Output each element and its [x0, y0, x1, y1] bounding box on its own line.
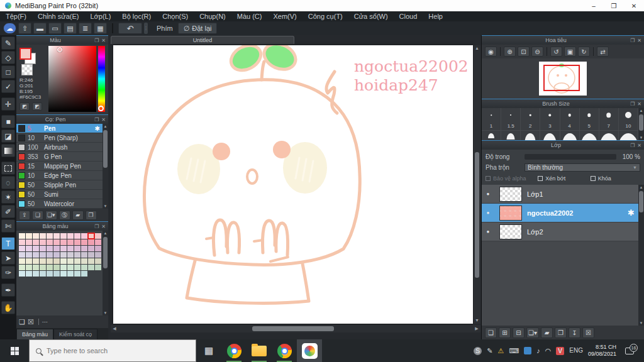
duplicate-brush-button[interactable]: ❐	[86, 211, 97, 220]
palette-swatch[interactable]	[47, 258, 53, 264]
brush-item[interactable]: 50Watercolor	[16, 199, 103, 209]
protect-alpha-checkbox[interactable]: Bảo vệ alpha	[486, 175, 535, 182]
brush-size-option[interactable]: 5	[580, 108, 599, 131]
layer-row[interactable]: ●Lớp2	[482, 222, 638, 241]
document-icon[interactable]: ▤	[64, 23, 77, 34]
brush-size-option[interactable]: 1	[482, 108, 501, 131]
publish-icon[interactable]: ⇧	[18, 23, 31, 34]
clipping-checkbox[interactable]: Xén bớt	[538, 175, 587, 182]
palette-swatch[interactable]	[67, 265, 74, 270]
tool-control-pen[interactable]: ✓	[1, 80, 15, 93]
palette-swatch[interactable]	[33, 258, 39, 264]
menu-item-3[interactable]: Bộ lọc(R)	[116, 13, 157, 20]
menu-item-1[interactable]: Chỉnh sửa(E)	[32, 13, 84, 20]
brush-item[interactable]: 50Sumi	[16, 190, 103, 199]
layer-visibility-dot[interactable]: ●	[482, 191, 494, 197]
palette-swatch[interactable]	[33, 271, 39, 277]
palette-swatch[interactable]	[40, 265, 46, 270]
brush-size-option[interactable]	[560, 131, 580, 140]
palette-swatch[interactable]	[60, 239, 67, 245]
palette-swatch[interactable]	[88, 252, 94, 258]
list-settings-icon[interactable]: ≣	[79, 23, 92, 34]
merge-layer-button[interactable]: ↧	[569, 327, 580, 338]
palette-swatch[interactable]	[26, 233, 32, 239]
comment-panel-icon[interactable]: ▭	[48, 23, 62, 34]
rotate-left-button[interactable]: ↺	[550, 47, 562, 57]
palette-swatch[interactable]	[81, 271, 87, 277]
palette-swatch[interactable]	[67, 246, 74, 251]
palette-swatch[interactable]	[60, 265, 67, 270]
popout-icon[interactable]: ❐	[94, 117, 99, 123]
palette-swatch[interactable]	[26, 265, 32, 270]
layers-scrollbar[interactable]: ▲ ▼	[638, 185, 644, 326]
brush-settings-gear-icon[interactable]: ✱	[95, 125, 100, 132]
tool-select[interactable]: ■	[1, 115, 15, 128]
tool-eraser[interactable]: ◇	[1, 51, 15, 64]
menu-item-7[interactable]: Xem(V)	[267, 13, 302, 20]
upload-brush-button[interactable]: ⇪	[19, 211, 30, 220]
canvas-vertical-scrollbar[interactable]: ▲▼	[474, 45, 480, 324]
palette-swatch[interactable]	[40, 233, 46, 239]
delete-color-button[interactable]: ☒	[28, 318, 34, 326]
palette-swatch[interactable]	[19, 265, 25, 270]
palette-swatch[interactable]	[26, 239, 32, 245]
add-1bit-layer-button[interactable]: ⊟	[513, 327, 525, 338]
palette-swatch[interactable]	[19, 239, 25, 245]
palette-swatch[interactable]	[74, 246, 80, 251]
palette-swatch[interactable]	[33, 239, 39, 245]
palette-swatch[interactable]	[88, 258, 94, 264]
brush-item[interactable]: 5Pen✱	[16, 124, 103, 133]
reset-button[interactable]: ∅Đặt lại	[178, 23, 218, 34]
duplicate-layer-button[interactable]: ❐	[555, 327, 567, 338]
close-icon[interactable]: ✕	[637, 101, 641, 107]
minimize-button[interactable]: –	[584, 0, 604, 11]
menu-item-6[interactable]: Màu (C)	[231, 13, 268, 20]
close-icon[interactable]: ✕	[637, 38, 641, 43]
palette-swatch[interactable]	[60, 252, 67, 258]
palette-swatch[interactable]	[26, 258, 32, 264]
skype-icon[interactable]: S	[474, 347, 482, 355]
tool-marquee[interactable]	[1, 162, 15, 175]
notification-center-button[interactable]: 16	[621, 348, 638, 354]
saturation-value-picker[interactable]	[48, 46, 96, 112]
palette-swatch[interactable]	[95, 252, 101, 258]
window-layout-icon[interactable]: ▦	[94, 23, 107, 34]
brush-size-option[interactable]: 3	[540, 108, 560, 131]
palette-swatch[interactable]	[40, 258, 46, 264]
brush-size-option[interactable]	[521, 131, 540, 140]
flip-view-button[interactable]: ⇄	[597, 47, 609, 57]
palette-swatch[interactable]	[53, 246, 60, 251]
palette-swatch[interactable]	[19, 246, 25, 251]
palette-swatch[interactable]	[40, 246, 46, 251]
security-warning-icon[interactable]: ⚠	[497, 348, 504, 354]
palette-swatch[interactable]	[60, 271, 67, 277]
brush-size-scrollbar[interactable]: ▲ ▼	[638, 108, 644, 140]
search-input[interactable]	[47, 347, 172, 354]
palette-swatch[interactable]	[53, 271, 60, 277]
brush-item[interactable]: 50Stipple Pen	[16, 180, 103, 190]
palette-swatch[interactable]	[53, 252, 60, 258]
layer-settings-gear-icon[interactable]: ✱	[628, 208, 635, 217]
transparent-color-swatch[interactable]	[21, 64, 33, 75]
zoom-actual-button[interactable]: ◉	[485, 47, 497, 57]
reset-rotation-button[interactable]: ▣	[564, 47, 576, 57]
palette-swatch[interactable]	[95, 258, 101, 264]
brush-folder-button[interactable]: ▰	[72, 211, 84, 220]
blend-mode-select[interactable]: Bình thường ▼	[525, 163, 640, 172]
palette-swatch[interactable]	[88, 265, 94, 270]
add-layer-folder-button[interactable]: ▰	[541, 327, 553, 338]
undo-button[interactable]: ↶	[118, 23, 142, 34]
palette-swatch[interactable]	[26, 246, 32, 251]
comment-icon[interactable]: ▬	[33, 23, 47, 34]
hue-slider[interactable]	[98, 46, 105, 112]
close-icon[interactable]: ✕	[101, 224, 106, 229]
palette-swatch[interactable]	[26, 271, 32, 277]
palette-swatch[interactable]	[19, 233, 25, 239]
add-layer-button[interactable]: ❏	[485, 327, 497, 338]
volume-icon[interactable]: ♪	[536, 348, 540, 354]
tool-bucket[interactable]: ◪	[1, 129, 15, 143]
popout-icon[interactable]: ❐	[94, 38, 99, 43]
menu-item-0[interactable]: Tệp(F)	[0, 13, 32, 20]
add-layer-menu-button[interactable]: ❏▾	[526, 327, 539, 338]
brush-size-option[interactable]	[501, 131, 521, 140]
